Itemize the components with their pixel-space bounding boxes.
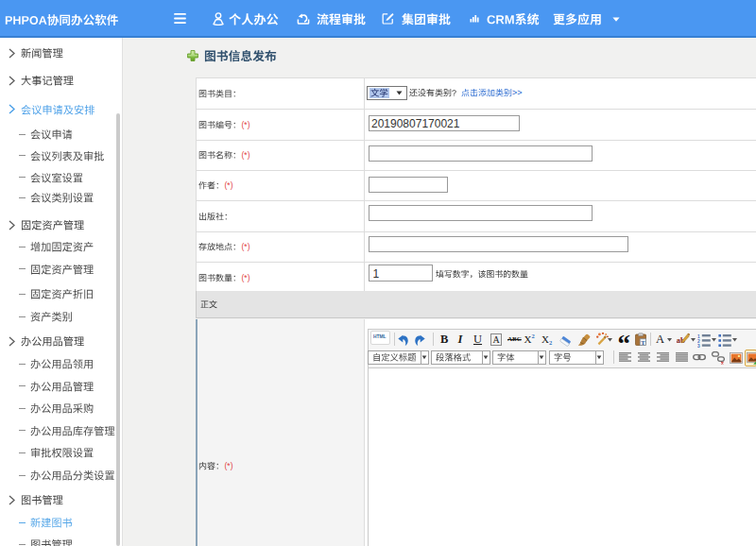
svg-text:3: 3 [697,344,700,348]
svg-text:T: T [641,339,645,346]
